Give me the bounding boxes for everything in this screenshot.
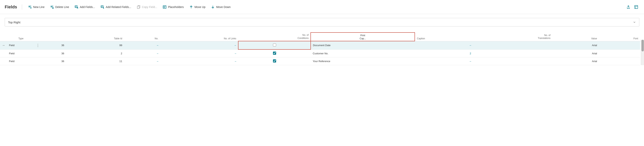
col-no: No. [124, 32, 160, 41]
copy-field-button[interactable]: Copy Field... [134, 4, 160, 10]
delete-line-icon [50, 5, 54, 9]
col-no-of-conditions: No. ofConditions [238, 32, 311, 41]
row-no-of-conditions: – [160, 57, 238, 65]
col-table-id: Table Id [66, 32, 124, 41]
svg-rect-12 [77, 7, 78, 8]
settings-icon[interactable] [633, 4, 639, 10]
row-no-of-links: – [124, 41, 160, 49]
svg-rect-8 [75, 6, 77, 7]
placeholders-label: Placeholders [168, 5, 184, 8]
table-wrapper: Type Table Id No. No. of Links No. ofCon… [0, 32, 644, 65]
row-caption: Customer No. [311, 49, 415, 57]
svg-rect-15 [101, 7, 102, 7]
new-line-label: New Line [33, 5, 44, 8]
col-no-of-translations: No. ofTranslations [473, 32, 552, 41]
row-no-of-links: – [124, 57, 160, 65]
placeholders-button[interactable]: Placeholders [160, 4, 186, 10]
row-no: 11 [66, 57, 124, 65]
copy-field-label: Copy Field... [142, 5, 158, 8]
table-row[interactable]: Field 36 11 – – Your Reference – Arial [0, 57, 644, 65]
row-dots[interactable]: ⋮ [16, 41, 59, 49]
col-value: Value [552, 32, 599, 41]
row-table-id: 36 [59, 57, 66, 65]
delete-line-label: Delete Line [55, 5, 69, 8]
svg-rect-1 [28, 7, 30, 7]
add-fields-button[interactable]: Add Fields... [72, 4, 98, 10]
svg-rect-10 [75, 7, 76, 7]
row-value [473, 41, 552, 49]
svg-rect-25 [635, 5, 638, 8]
svg-rect-17 [103, 8, 104, 8]
export-icon[interactable] [625, 4, 632, 10]
svg-rect-0 [28, 6, 31, 6]
row-no: 99 [66, 41, 124, 49]
row-value [473, 57, 552, 65]
move-down-button[interactable]: Move Down [208, 4, 233, 10]
row-dots[interactable] [16, 57, 59, 65]
print-cap-checkbox[interactable] [273, 59, 276, 63]
toolbar: Fields New Line Delete Line [0, 0, 644, 14]
new-line-button[interactable]: New Line [25, 4, 47, 10]
row-table-id: 36 [59, 41, 66, 49]
row-type-field: Field [7, 41, 16, 49]
row-caption: Your Reference [311, 57, 415, 65]
row-no-of-conditions: – [160, 41, 238, 49]
col-caption: Caption [415, 32, 473, 41]
add-related-fields-label: Add Related Fields... [106, 5, 131, 8]
row-dots[interactable] [16, 49, 59, 57]
row-type-field: Field [7, 57, 16, 65]
move-up-icon [189, 5, 193, 9]
table-row[interactable]: Field 36 2 – – Customer No. 2 Arial [0, 49, 644, 57]
fields-table-section: Type Table Id No. No. of Links No. ofCon… [0, 26, 644, 65]
svg-rect-5 [50, 7, 52, 7]
scrollbar-thumb[interactable] [642, 40, 644, 51]
scrollbar-track[interactable] [641, 40, 644, 65]
svg-rect-14 [101, 6, 103, 7]
section-dropdown[interactable]: Top Right Top Left Bottom Right Bottom L… [5, 18, 639, 26]
row-print-cap[interactable] [238, 49, 311, 57]
fields-table: Type Table Id No. No. of Links No. ofCon… [0, 32, 644, 65]
col-no-of-links: No. of Links [160, 32, 238, 41]
row-table-id: 36 [59, 49, 66, 57]
svg-rect-22 [164, 6, 166, 7]
row-caption: Document Date [311, 41, 415, 49]
print-cap-checkbox[interactable] [273, 52, 276, 55]
col-type: Type [16, 32, 59, 41]
row-type-field: Field [7, 49, 16, 57]
row-font: Arial [552, 41, 599, 49]
row-no-of-conditions: – [160, 49, 238, 57]
placeholders-icon [163, 5, 166, 9]
svg-rect-24 [164, 7, 166, 8]
new-line-icon [28, 5, 32, 9]
svg-rect-3 [30, 7, 32, 8]
row-arrow [0, 49, 7, 57]
svg-rect-23 [164, 7, 165, 7]
translations-link[interactable]: 2 [470, 52, 471, 55]
row-print-cap[interactable] [238, 57, 311, 65]
toolbar-title: Fields [5, 4, 22, 9]
add-related-fields-icon [100, 5, 104, 9]
row-print-cap[interactable] [238, 41, 311, 49]
print-cap-checkbox[interactable] [273, 43, 276, 47]
row-font: Arial [552, 57, 599, 65]
add-fields-label: Add Fields... [80, 5, 95, 8]
svg-rect-4 [50, 6, 53, 6]
copy-field-icon [137, 5, 140, 9]
move-down-label: Move Down [216, 5, 230, 8]
move-up-label: Move Up [194, 5, 206, 8]
row-arrow: → [0, 41, 7, 49]
col-print-cap: PrintCap... [311, 32, 415, 41]
add-fields-icon [74, 5, 78, 9]
move-up-button[interactable]: Move Up [186, 4, 208, 10]
delete-line-button[interactable]: Delete Line [47, 4, 72, 10]
toolbar-right-actions [625, 4, 639, 10]
row-no: 2 [66, 49, 124, 57]
row-value [473, 49, 552, 57]
move-down-icon [211, 5, 215, 9]
svg-rect-9 [75, 6, 77, 7]
row-arrow [0, 57, 7, 65]
row-no-of-translations: – [415, 57, 473, 65]
add-related-fields-button[interactable]: Add Related Fields... [98, 4, 134, 10]
table-row[interactable]: → Field ⋮ 36 99 – – Document Date – Aria… [0, 41, 644, 49]
svg-rect-19 [137, 6, 139, 8]
